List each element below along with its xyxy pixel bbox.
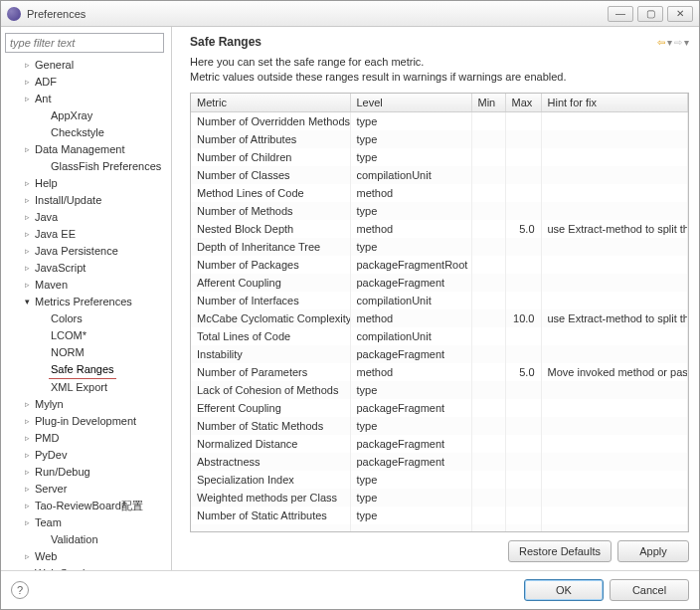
cell-min[interactable] — [471, 471, 505, 489]
tree-item[interactable]: ▹Team — [5, 514, 167, 531]
tree-item[interactable]: ▹ADF — [5, 74, 167, 91]
cell-level[interactable]: type — [350, 507, 471, 524]
cell-level[interactable]: type — [350, 381, 471, 399]
table-row[interactable]: Number of Attributestype — [191, 130, 688, 148]
tree-item[interactable]: ▹PyDev — [5, 447, 167, 464]
cell-max[interactable] — [505, 507, 541, 524]
tree-arrow-icon[interactable]: ▹ — [21, 277, 33, 294]
cell-metric[interactable]: Number of Interfaces — [191, 292, 350, 309]
cell-hint[interactable] — [541, 274, 688, 292]
tree-item[interactable]: ▹Ant — [5, 91, 167, 107]
cell-hint[interactable] — [541, 292, 688, 309]
tree-arrow-icon[interactable]: ▹ — [21, 91, 33, 107]
cell-metric[interactable]: Number of Classes — [191, 166, 350, 184]
cell-hint[interactable] — [541, 130, 688, 148]
cell-min[interactable] — [471, 399, 505, 417]
maximize-button[interactable]: ▢ — [637, 6, 663, 22]
cell-level[interactable]: packageFragment — [350, 399, 471, 417]
cell-max[interactable] — [505, 148, 541, 166]
cell-level[interactable]: type — [350, 489, 471, 507]
tree-item[interactable]: ▹Validation — [5, 531, 167, 548]
cell-hint[interactable] — [541, 256, 688, 274]
cell-max[interactable] — [505, 453, 541, 471]
close-button[interactable]: ✕ — [667, 6, 693, 22]
cell-level[interactable]: packageFragment — [350, 274, 471, 292]
tree-item[interactable]: ▹Run/Debug — [5, 464, 167, 481]
tree-item[interactable]: ▹Safe Ranges — [5, 361, 167, 379]
tree-arrow-icon[interactable]: ▹ — [21, 192, 33, 209]
cell-max[interactable] — [505, 399, 541, 417]
tree-item[interactable]: ▹GlassFish Preferences — [5, 158, 167, 175]
cell-hint[interactable] — [541, 345, 688, 363]
tree-item[interactable]: ▹LCOM* — [5, 327, 167, 344]
cell-hint[interactable] — [541, 453, 688, 471]
cancel-button[interactable]: Cancel — [610, 579, 689, 601]
tree-item[interactable]: ▹Server — [5, 481, 167, 498]
cell-max[interactable] — [505, 524, 541, 533]
cell-max[interactable] — [505, 345, 541, 363]
tree-item[interactable]: ▹Maven — [5, 277, 167, 294]
table-row[interactable]: Number of Overridden Methodstype — [191, 112, 688, 130]
tree-arrow-icon[interactable]: ▹ — [21, 548, 33, 565]
cell-hint[interactable] — [541, 166, 688, 184]
table-row[interactable]: Number of Childrentype — [191, 148, 688, 166]
cell-min[interactable] — [471, 148, 505, 166]
cell-min[interactable] — [471, 524, 505, 533]
cell-hint[interactable] — [541, 184, 688, 202]
cell-metric[interactable]: Method Lines of Code — [191, 184, 350, 202]
cell-max[interactable] — [505, 166, 541, 184]
col-max[interactable]: Max — [505, 94, 541, 112]
cell-hint[interactable] — [541, 435, 688, 453]
restore-defaults-button[interactable]: Restore Defaults — [508, 540, 612, 562]
cell-metric[interactable]: Number of Packages — [191, 256, 350, 274]
cell-metric[interactable]: Weighted methods per Class — [191, 489, 350, 507]
table-row[interactable]: Nested Block Depthmethod5.0use Extract-m… — [191, 220, 688, 238]
apply-button[interactable]: Apply — [617, 540, 689, 562]
tree-item[interactable]: ▹Mylyn — [5, 396, 167, 413]
tree-arrow-icon[interactable]: ▹ — [21, 243, 33, 260]
cell-min[interactable] — [471, 220, 505, 238]
table-row[interactable]: InstabilitypackageFragment — [191, 345, 688, 363]
cell-level[interactable]: packageFragmentRoot — [350, 256, 471, 274]
table-row[interactable]: Number of Static Attributestype — [191, 507, 688, 524]
table-row[interactable]: Lack of Cohesion of Methodstype — [191, 381, 688, 399]
cell-level[interactable]: method — [350, 184, 471, 202]
cell-metric[interactable]: Abstractness — [191, 453, 350, 471]
minimize-button[interactable]: — — [608, 6, 633, 22]
cell-min[interactable] — [471, 112, 505, 130]
tree-item[interactable]: ▹PMD — [5, 430, 167, 447]
cell-level[interactable]: type — [350, 471, 471, 489]
cell-metric[interactable] — [191, 524, 350, 533]
tree-arrow-icon[interactable]: ▹ — [21, 514, 33, 531]
tree-arrow-icon[interactable]: ▹ — [21, 226, 33, 243]
tree-arrow-icon[interactable]: ▹ — [21, 413, 33, 430]
cell-level[interactable]: packageFragment — [350, 453, 471, 471]
cell-hint[interactable] — [541, 112, 688, 130]
ok-button[interactable]: OK — [524, 579, 604, 601]
col-hint[interactable]: Hint for fix — [541, 94, 688, 112]
cell-metric[interactable]: McCabe Cyclomatic Complexity — [191, 309, 350, 327]
cell-min[interactable] — [471, 202, 505, 220]
cell-metric[interactable]: Number of Parameters — [191, 363, 350, 381]
help-icon[interactable]: ? — [11, 581, 29, 599]
table-row[interactable]: Specialization Indextype — [191, 471, 688, 489]
tree-item[interactable]: ▾Metrics Preferences — [5, 294, 167, 310]
cell-max[interactable] — [505, 381, 541, 399]
cell-level[interactable]: packageFragment — [350, 345, 471, 363]
table-row[interactable]: Weighted methods per Classtype — [191, 489, 688, 507]
cell-level[interactable]: type — [350, 238, 471, 256]
cell-max[interactable] — [505, 184, 541, 202]
cell-max[interactable] — [505, 202, 541, 220]
cell-level[interactable]: method — [350, 363, 471, 381]
cell-metric[interactable]: Efferent Coupling — [191, 399, 350, 417]
cell-metric[interactable]: Number of Static Attributes — [191, 507, 350, 524]
tree-item[interactable]: ▹Web — [5, 548, 167, 565]
cell-min[interactable] — [471, 345, 505, 363]
back-icon[interactable]: ⇦ — [657, 37, 665, 48]
table-row[interactable]: Total Lines of CodecompilationUnit — [191, 327, 688, 345]
cell-max[interactable]: 10.0 — [505, 309, 541, 327]
tree-arrow-icon[interactable]: ▹ — [21, 74, 33, 91]
cell-hint[interactable] — [541, 238, 688, 256]
cell-metric[interactable]: Afferent Coupling — [191, 274, 350, 292]
cell-min[interactable] — [471, 507, 505, 524]
